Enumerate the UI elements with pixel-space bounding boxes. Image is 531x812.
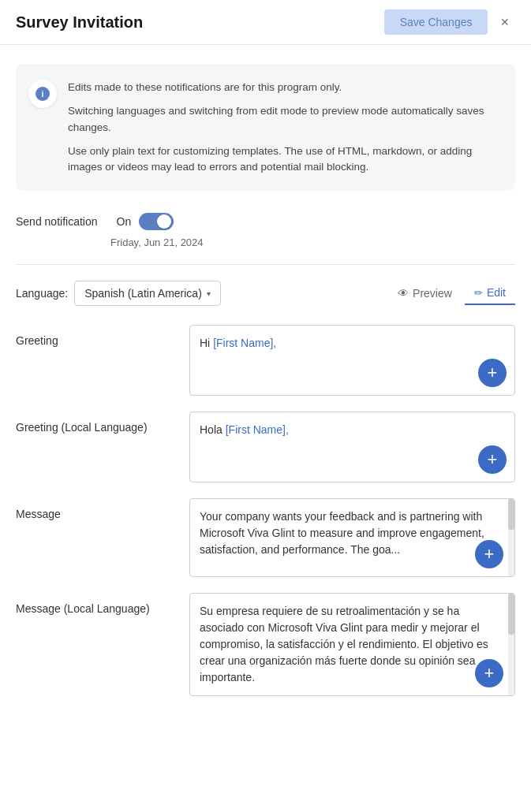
info-box: i Edits made to these notifications are … xyxy=(16,64,515,191)
greeting-local-prefix: Hola xyxy=(200,423,226,436)
message-text: Your company wants your feedback and is … xyxy=(190,499,514,568)
message-text-box[interactable]: Your company wants your feedback and is … xyxy=(189,498,515,577)
edit-button[interactable]: ✏ Edit xyxy=(465,281,515,305)
language-row: Language: Spanish (Latin America) ▾ 👁 Pr… xyxy=(16,281,515,306)
info-line-3: Use only plain text for customizing temp… xyxy=(68,143,499,176)
message-local-body: Su empresa requiere de su retroalimentac… xyxy=(200,605,488,683)
language-label-group: Language: Spanish (Latin America) ▾ xyxy=(16,281,221,306)
plus-icon: + xyxy=(488,364,498,382)
notification-label: Send notification xyxy=(16,215,98,228)
header-actions: Save Changes × xyxy=(384,9,515,35)
close-icon: × xyxy=(500,14,509,31)
greeting-content: Hi [First Name], + xyxy=(189,325,515,396)
message-scrollbar-thumb xyxy=(508,499,514,530)
message-local-label: Message (Local Language) xyxy=(16,593,174,615)
greeting-local-field-row: Greeting (Local Language) Hola [First Na… xyxy=(16,412,515,482)
preview-button[interactable]: 👁 Preview xyxy=(388,282,462,304)
message-field-row: Message Your company wants your feedback… xyxy=(16,498,515,577)
edit-label: Edit xyxy=(487,286,506,299)
greeting-label: Greeting xyxy=(16,325,174,347)
language-label: Language: xyxy=(16,287,68,300)
preview-label: Preview xyxy=(413,287,452,300)
notification-date: Friday, Jun 21, 2024 xyxy=(110,237,515,248)
message-local-text: Su empresa requiere de su retroalimentac… xyxy=(190,594,514,695)
message-label: Message xyxy=(16,498,174,520)
info-icon-wrapper: i xyxy=(28,80,57,108)
greeting-prefix: Hi xyxy=(200,337,213,349)
greeting-local-content: Hola [First Name], + xyxy=(189,412,515,482)
message-local-scrollbar-thumb xyxy=(508,594,514,635)
greeting-local-text-box[interactable]: Hola [First Name], + xyxy=(189,412,515,482)
message-body: Your company wants your feedback and is … xyxy=(200,510,484,556)
language-selected: Spanish (Latin America) xyxy=(84,287,202,300)
toggle-thumb xyxy=(157,214,171,229)
info-icon: i xyxy=(36,87,50,101)
greeting-text-box[interactable]: Hi [First Name], + xyxy=(189,325,515,396)
eye-icon: 👁 xyxy=(398,287,409,300)
chevron-down-icon: ▾ xyxy=(207,289,211,298)
message-scrollbar[interactable] xyxy=(508,499,514,576)
message-plus-button[interactable]: + xyxy=(475,540,503,568)
message-local-scrollbar[interactable] xyxy=(508,594,514,695)
notification-row: Send notification On xyxy=(16,213,515,230)
message-local-plus-button[interactable]: + xyxy=(475,659,503,687)
info-line-1: Edits made to these notifications are fo… xyxy=(68,80,499,95)
message-local-field-row: Message (Local Language) Su empresa requ… xyxy=(16,593,515,696)
page-title: Survey Invitation xyxy=(16,13,143,32)
language-dropdown[interactable]: Spanish (Latin America) ▾ xyxy=(74,281,221,306)
greeting-local-label: Greeting (Local Language) xyxy=(16,412,174,434)
pencil-icon: ✏ xyxy=(474,287,483,299)
close-button[interactable]: × xyxy=(494,11,515,34)
greeting-local-plus-button[interactable]: + xyxy=(478,445,507,474)
save-button[interactable]: Save Changes xyxy=(384,9,488,35)
content-area: i Edits made to these notifications are … xyxy=(0,45,531,731)
divider xyxy=(16,264,515,265)
toggle-on-label: On xyxy=(117,215,132,228)
message-content: Your company wants your feedback and is … xyxy=(189,498,515,577)
greeting-highlight: [First Name], xyxy=(213,337,276,349)
notification-toggle[interactable] xyxy=(139,213,174,230)
greeting-plus-button[interactable]: + xyxy=(478,359,507,387)
info-line-2: Switching languages and switching from e… xyxy=(68,103,499,136)
header: Survey Invitation Save Changes × xyxy=(0,0,531,45)
plus-icon-4: + xyxy=(484,665,495,682)
message-local-content: Su empresa requiere de su retroalimentac… xyxy=(189,593,515,696)
message-local-text-box[interactable]: Su empresa requiere de su retroalimentac… xyxy=(189,593,515,696)
plus-icon-3: + xyxy=(484,546,495,563)
greeting-field-row: Greeting Hi [First Name], + xyxy=(16,325,515,396)
info-text: Edits made to these notifications are fo… xyxy=(68,80,499,175)
view-toggle: 👁 Preview ✏ Edit xyxy=(388,281,515,305)
toggle-group: On xyxy=(117,213,174,230)
greeting-local-highlight: [First Name], xyxy=(226,423,289,436)
plus-icon-2: + xyxy=(488,451,498,468)
